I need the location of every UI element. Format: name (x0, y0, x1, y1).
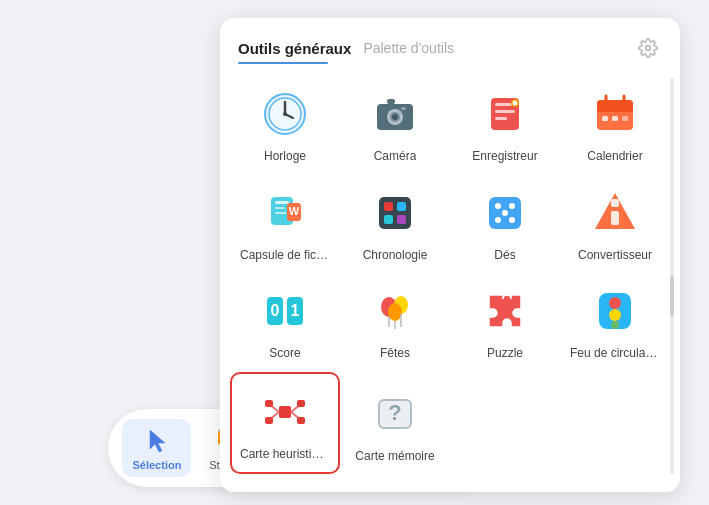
score-icon: 0 1 (257, 283, 313, 339)
palette-item-calendrier[interactable]: Calendrier (560, 76, 670, 175)
svg-rect-44 (611, 211, 619, 225)
camera-label: Caméra (374, 149, 417, 165)
palette-item-enregistreur[interactable]: Enregistreur (450, 76, 560, 175)
svg-text:?: ? (388, 400, 401, 425)
gear-icon[interactable] (634, 34, 662, 62)
capsule-label: Capsule de fich... (240, 248, 330, 264)
svg-rect-15 (495, 117, 507, 120)
svg-point-52 (388, 303, 402, 321)
fetes-icon (367, 283, 423, 339)
enregistreur-label: Enregistreur (472, 149, 537, 165)
palette-item-capsule[interactable]: W Capsule de fich... (230, 175, 340, 274)
carte-memoire-label: Carte mémoire (355, 449, 434, 465)
selection-label: Sélection (132, 459, 181, 471)
carte-heuristique-label: Carte heuristique (240, 447, 330, 463)
chronologie-label: Chronologie (363, 248, 428, 264)
svg-point-41 (495, 217, 501, 223)
palette-panel: Outils généraux Palette d'outils Horlo (220, 18, 680, 492)
palette-grid: Horloge Caméra (220, 70, 680, 474)
svg-rect-36 (397, 215, 406, 224)
palette-item-chronologie[interactable]: Chronologie (340, 175, 450, 274)
svg-rect-29 (275, 212, 287, 214)
svg-point-5 (283, 112, 287, 116)
selection-icon (141, 425, 173, 457)
svg-point-40 (502, 210, 508, 216)
svg-marker-72 (150, 430, 165, 452)
feu-label: Feu de circulati... (570, 346, 660, 362)
palette-title-underline (238, 62, 328, 64)
carte-memoire-icon: ? (367, 386, 423, 442)
palette-item-puzzle[interactable]: Puzzle (450, 273, 560, 372)
scroll-thumb (670, 276, 674, 316)
svg-point-58 (609, 309, 621, 321)
svg-rect-33 (384, 202, 393, 211)
score-label: Score (269, 346, 300, 362)
svg-rect-64 (265, 417, 273, 424)
palette-item-score[interactable]: 0 1 Score (230, 273, 340, 372)
des-label: Dés (494, 248, 515, 264)
convertisseur-label: Convertisseur (578, 248, 652, 264)
svg-rect-10 (387, 99, 395, 104)
feu-icon (587, 283, 643, 339)
svg-point-9 (392, 114, 398, 120)
horloge-label: Horloge (264, 149, 306, 165)
svg-rect-24 (612, 116, 618, 121)
svg-point-57 (609, 297, 621, 309)
svg-text:W: W (289, 205, 300, 217)
svg-rect-66 (297, 400, 305, 407)
enregistreur-icon (477, 86, 533, 142)
convertisseur-icon (587, 185, 643, 241)
palette-header: Outils généraux Palette d'outils (220, 18, 680, 70)
calendrier-icon (587, 86, 643, 142)
palette-item-convertisseur[interactable]: Convertisseur (560, 175, 670, 274)
svg-point-17 (513, 101, 518, 106)
capsule-icon: W (257, 185, 313, 241)
svg-point-39 (509, 203, 515, 209)
palette-item-camera[interactable]: Caméra (340, 76, 450, 175)
svg-point-59 (611, 321, 619, 329)
svg-text:1: 1 (291, 302, 300, 319)
palette-title: Outils généraux (238, 40, 351, 57)
horloge-icon (257, 86, 313, 142)
calendrier-label: Calendrier (587, 149, 642, 165)
carte-heuristique-icon (257, 384, 313, 440)
palette-item-feu[interactable]: Feu de circulati... (560, 273, 670, 372)
scroll-indicator (670, 78, 674, 474)
puzzle-icon (477, 283, 533, 339)
palette-item-horloge[interactable]: Horloge (230, 76, 340, 175)
svg-rect-27 (275, 201, 289, 204)
camera-icon (367, 86, 423, 142)
svg-rect-68 (297, 417, 305, 424)
toolbar-item-selection[interactable]: Sélection (122, 419, 191, 477)
chronologie-icon (367, 185, 423, 241)
palette-subtitle: Palette d'outils (363, 40, 454, 56)
svg-rect-28 (275, 207, 285, 209)
svg-rect-60 (279, 406, 291, 418)
svg-text:0: 0 (271, 302, 280, 319)
svg-rect-32 (379, 197, 411, 229)
svg-rect-20 (597, 108, 633, 112)
svg-rect-45 (611, 199, 619, 207)
svg-rect-11 (401, 107, 406, 110)
fetes-label: Fêtes (380, 346, 410, 362)
palette-item-carte-memoire[interactable]: ? Carte mémoire (340, 372, 450, 475)
des-icon (477, 185, 533, 241)
svg-rect-23 (602, 116, 608, 121)
svg-rect-34 (397, 202, 406, 211)
palette-item-fetes[interactable]: Fêtes (340, 273, 450, 372)
svg-rect-35 (384, 215, 393, 224)
svg-rect-14 (495, 110, 515, 113)
svg-rect-62 (265, 400, 273, 407)
svg-point-38 (495, 203, 501, 209)
palette-item-des[interactable]: Dés (450, 175, 560, 274)
puzzle-label: Puzzle (487, 346, 523, 362)
svg-rect-25 (622, 116, 628, 121)
svg-point-0 (646, 46, 651, 51)
svg-point-42 (509, 217, 515, 223)
palette-item-carte-heuristique[interactable]: Carte heuristique (230, 372, 340, 475)
